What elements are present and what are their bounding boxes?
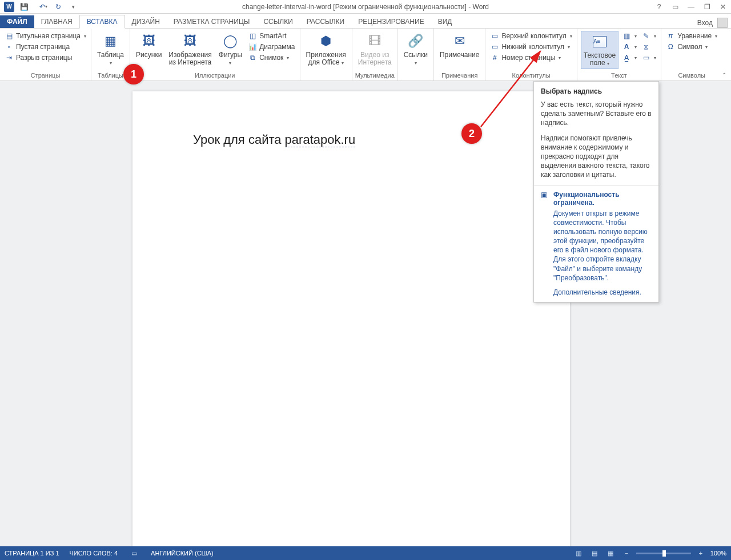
restore-icon[interactable]: ❐ (699, 1, 715, 13)
signin-link[interactable]: Вход (697, 19, 713, 27)
group-comments-title: Примечания (434, 71, 485, 80)
text-box-button[interactable]: A≡ Текстовое поле ▾ (581, 31, 618, 69)
group-headerfooter-title: Колонтитулы (485, 71, 576, 80)
group-links: 🔗Ссылки▾ (398, 29, 434, 80)
group-apps-title (300, 78, 352, 80)
group-text-title: Текст (577, 71, 661, 80)
tab-layout[interactable]: РАЗМЕТКА СТРАНИЦЫ (167, 15, 257, 28)
group-illustrations-title: Иллюстрации (130, 71, 300, 80)
office-apps-button[interactable]: ⬢Приложения для Office ▾ (304, 31, 348, 68)
blank-page-button[interactable]: ▫Пустая страница (3, 42, 87, 52)
group-illustrations: 🖼Рисунки 🖼Изображения из Интернета ◯Фигу… (130, 29, 300, 80)
tooltip-warn-body: Документ открыт в режиме совместимости. … (553, 209, 652, 283)
status-bar: СТРАНИЦА 1 ИЗ 1 ЧИСЛО СЛОВ: 4 ▭ АНГЛИЙСК… (0, 546, 731, 560)
tooltip-title: Выбрать надпись (541, 87, 652, 95)
tab-review[interactable]: РЕЦЕНЗИРОВАНИЕ (351, 15, 431, 28)
drop-cap-button[interactable]: A̲▾ (621, 53, 638, 63)
header-button[interactable]: ▭Верхний колонтитул▾ (489, 31, 573, 41)
page-break-button[interactable]: ⇥Разрыв страницы (3, 53, 87, 63)
group-pages: ▤Титульная страница▾ ▫Пустая страница ⇥Р… (0, 29, 91, 80)
tab-references[interactable]: ССЫЛКИ (256, 15, 299, 28)
doc-text-part1: Урок для сайта (193, 132, 285, 147)
date-time-button[interactable]: ⧖ (640, 42, 657, 52)
tab-design[interactable]: ДИЗАЙН (125, 15, 167, 28)
group-comments: ✉Примечание Примечания (434, 29, 485, 80)
tab-insert[interactable]: ВСТАВКА (79, 15, 125, 29)
word-small-icon: ▣ (541, 191, 550, 200)
tooltip-p1: У вас есть текст, который нужно сделать … (541, 100, 652, 128)
document-text[interactable]: Урок для сайта paratapok.ru (193, 132, 355, 147)
titlebar: W 💾 ↶▾ ↻ ▾ change-letter-interval-in-wor… (0, 0, 731, 14)
zoom-slider[interactable] (636, 553, 691, 554)
smartart-button[interactable]: ◫SmartArt (247, 31, 296, 41)
zoom-out-icon[interactable]: − (620, 548, 633, 558)
document-page[interactable]: Урок для сайта paratapok.ru (132, 91, 570, 546)
online-pictures-button[interactable]: 🖼Изображения из Интернета (166, 31, 214, 67)
app-icon[interactable]: W (2, 1, 16, 13)
zoom-level[interactable]: 100% (710, 550, 726, 557)
qat-undo[interactable]: ↶▾ (37, 1, 50, 13)
online-video-button: 🎞Видео из Интернета (356, 31, 394, 67)
group-media: 🎞Видео из Интернета Мультимедиа (352, 29, 398, 80)
group-links-title (398, 78, 433, 80)
group-text: A≡ Текстовое поле ▾ ▥▾ A▾ A̲▾ ✎▾ ⧖ ▭▾ Те… (577, 29, 661, 80)
ribbon: ▤Титульная страница▾ ▫Пустая страница ⇥Р… (0, 29, 731, 81)
links-button[interactable]: 🔗Ссылки▾ (401, 31, 430, 68)
signature-line-button[interactable]: ✎▾ (640, 31, 657, 41)
group-media-title: Мультимедиа (352, 71, 397, 80)
tooltip-warn-title: Функциональность ограничена. (553, 191, 652, 207)
print-layout-icon[interactable]: ▤ (588, 548, 601, 558)
proofing-icon[interactable]: ▭ (128, 548, 140, 558)
group-symbols: πУравнение▾ ΩСимвол▾ Символы (661, 29, 722, 80)
read-mode-icon[interactable]: ▥ (572, 548, 585, 558)
table-button[interactable]: ▦ Таблица▾ (95, 31, 126, 68)
window-title: change-letter-interval-in-word [Режим ог… (0, 3, 731, 11)
zoom-in-icon[interactable]: + (694, 548, 707, 558)
tab-view[interactable]: ВИД (431, 15, 459, 28)
group-symbols-title: Символы (661, 71, 722, 80)
qat-customize[interactable]: ▾ (66, 1, 80, 13)
qat-redo[interactable]: ↻ (51, 1, 65, 13)
avatar-icon[interactable] (717, 18, 728, 28)
tooltip-more-link[interactable]: Дополнительные сведения. (553, 288, 652, 296)
qat-save[interactable]: 💾 (17, 1, 31, 13)
status-page[interactable]: СТРАНИЦА 1 ИЗ 1 (5, 550, 59, 557)
tab-home[interactable]: ГЛАВНАЯ (34, 15, 79, 28)
ribbon-tabs: ФАЙЛ ГЛАВНАЯ ВСТАВКА ДИЗАЙН РАЗМЕТКА СТР… (0, 14, 731, 29)
collapse-ribbon-icon[interactable]: ⌃ (722, 72, 726, 78)
group-headerfooter: ▭Верхний колонтитул▾ ▭Нижний колонтитул▾… (485, 29, 577, 80)
close-icon[interactable]: ✕ (715, 1, 731, 13)
tooltip-textbox: Выбрать надпись У вас есть текст, которы… (533, 81, 659, 303)
callout-2: 2 (461, 123, 482, 144)
ribbon-display-options-icon[interactable]: ▭ (667, 1, 683, 13)
cover-page-button[interactable]: ▤Титульная страница▾ (3, 31, 87, 41)
status-words[interactable]: ЧИСЛО СЛОВ: 4 (70, 550, 118, 557)
pictures-button[interactable]: 🖼Рисунки (134, 31, 164, 60)
chart-button[interactable]: 📊Диаграмма (247, 42, 296, 52)
screenshot-button[interactable]: ⧉Снимок▾ (247, 53, 296, 63)
symbol-button[interactable]: ΩСимвол▾ (665, 42, 718, 52)
footer-button[interactable]: ▭Нижний колонтитул▾ (489, 42, 573, 52)
object-button[interactable]: ▭▾ (640, 53, 657, 63)
tab-file[interactable]: ФАЙЛ (0, 15, 34, 28)
minimize-icon[interactable]: — (683, 1, 699, 13)
status-language[interactable]: АНГЛИЙСКИЙ (США) (151, 550, 214, 557)
equation-button[interactable]: πУравнение▾ (665, 31, 718, 41)
group-apps: ⬢Приложения для Office ▾ (300, 29, 352, 80)
callout-1: 1 (123, 64, 144, 84)
doc-text-part2: paratapok.ru (285, 132, 356, 147)
quick-parts-button[interactable]: ▥▾ (621, 31, 638, 41)
page-number-button[interactable]: #Номер страницы▾ (489, 53, 573, 63)
shapes-button[interactable]: ◯Фигуры▾ (216, 31, 244, 68)
help-icon[interactable]: ? (651, 1, 667, 13)
wordart-button[interactable]: A▾ (621, 42, 638, 52)
tab-mailings[interactable]: РАССЫЛКИ (300, 15, 351, 28)
group-pages-title: Страницы (0, 71, 91, 80)
web-layout-icon[interactable]: ▦ (604, 548, 617, 558)
comment-button[interactable]: ✉Примечание (437, 31, 481, 60)
tooltip-p2: Надписи помогают привлечь внимание к сод… (541, 134, 652, 180)
